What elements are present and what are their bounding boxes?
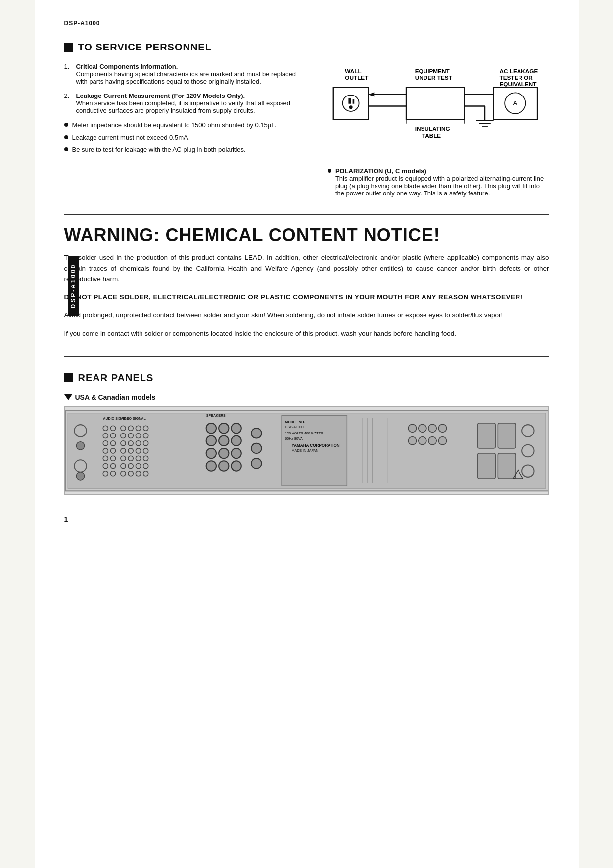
svg-point-114 (418, 436, 426, 444)
svg-point-87 (206, 448, 216, 458)
svg-point-115 (428, 436, 436, 444)
bullet-text-3: Be sure to test for leakage with the AC … (72, 146, 246, 153)
item-1-text: Critical Components Information. Compone… (76, 63, 308, 85)
svg-text:MADE IN JAPAN: MADE IN JAPAN (291, 449, 318, 453)
warning-paragraph-4: If you come in contact with solder or co… (64, 328, 549, 339)
svg-rect-118 (498, 423, 516, 448)
svg-point-11 (349, 105, 352, 109)
numbered-item-1: 1. Critical Components Information. Comp… (64, 63, 308, 85)
bullet-icon-polarization (328, 169, 331, 173)
service-personnel-heading: TO SERVICE PERSONNEL (64, 42, 549, 53)
svg-text:120 VOLTS    400 WATTS: 120 VOLTS 400 WATTS (285, 432, 323, 435)
svg-point-86 (231, 435, 241, 445)
svg-point-91 (219, 461, 229, 471)
item-number-1: 1. (64, 63, 73, 85)
svg-marker-14 (368, 92, 374, 96)
svg-point-92 (231, 461, 241, 471)
svg-text:UNDER TEST: UNDER TEST (415, 74, 453, 81)
polarization-text: This amplifier product is equipped with … (335, 175, 544, 197)
svg-text:DSP-A1000: DSP-A1000 (285, 425, 304, 429)
svg-point-82 (219, 423, 229, 433)
svg-point-93 (251, 428, 261, 438)
svg-point-33 (76, 441, 84, 449)
circuit-diagram-svg: WALL OUTLET EQUIPMENT UNDER TEST AC LEAK… (328, 65, 549, 158)
svg-point-35 (76, 472, 84, 480)
svg-point-111 (428, 424, 436, 432)
svg-point-113 (408, 436, 416, 444)
svg-text:60Hz         80VA: 60Hz 80VA (285, 436, 303, 440)
svg-point-116 (438, 436, 446, 444)
bullet-icon-2 (64, 135, 68, 139)
svg-text:SPEAKERS: SPEAKERS (206, 413, 225, 417)
heading-square-icon (64, 43, 73, 52)
svg-rect-9 (348, 98, 351, 104)
numbered-item-2: 2. Leakage Current Measurement (For 120V… (64, 92, 308, 114)
warning-paragraph-2: DO NOT PLACE SOLDER, ELECTRICAL/ELECTRON… (64, 292, 549, 303)
svg-rect-120 (498, 453, 516, 479)
polarization-title: POLARIZATION (U, C models) (335, 167, 426, 175)
svg-text:EQUIPMENT: EQUIPMENT (415, 68, 450, 74)
svg-rect-117 (477, 423, 495, 448)
bullet-item-2: Leakage current must not exceed 0.5mA. (64, 134, 308, 141)
circuit-diagram: WALL OUTLET EQUIPMENT UNDER TEST AC LEAK… (328, 65, 549, 160)
svg-text:TABLE: TABLE (422, 132, 441, 139)
rear-panels-section: REAR PANELS USA & Canadian models AUDIO … (64, 372, 549, 495)
svg-text:VIDEO SIGNAL: VIDEO SIGNAL (120, 417, 146, 421)
bullet-icon-3 (64, 147, 68, 151)
svg-point-90 (206, 461, 216, 471)
bullet-icon-1 (64, 123, 68, 127)
rear-panel-image: AUDIO SIGNAL VIDEO SIGNAL (64, 406, 549, 495)
svg-point-112 (438, 424, 446, 432)
svg-point-85 (219, 435, 229, 445)
svg-point-81 (206, 423, 216, 433)
warning-paragraph-3: Avoid prolonged, unprotected contact bet… (64, 310, 549, 321)
svg-rect-15 (406, 88, 465, 120)
svg-point-110 (418, 424, 426, 432)
sidebar-label: DSP-A1000 (68, 256, 79, 316)
svg-text:EQUIVALENT: EQUIVALENT (499, 81, 537, 87)
svg-text:WALL: WALL (345, 68, 361, 74)
svg-rect-119 (477, 453, 495, 479)
triangle-icon (64, 394, 72, 400)
svg-text:YAMAHA CORPORATION: YAMAHA CORPORATION (291, 443, 339, 447)
warning-paragraph-1: The solder used in the production of thi… (64, 252, 549, 285)
rear-panels-heading: REAR PANELS (64, 372, 549, 384)
svg-point-95 (251, 458, 261, 468)
bullet-text-1: Meter impedance should be equivalent to … (72, 121, 277, 129)
bullet-text-2: Leakage current must not exceed 0.5mA. (72, 134, 190, 141)
rear-panel-svg: AUDIO SIGNAL VIDEO SIGNAL (65, 407, 548, 494)
svg-text:TESTER OR: TESTER OR (499, 74, 533, 81)
svg-text:!: ! (514, 473, 515, 478)
page-number: 1 (64, 515, 549, 523)
svg-point-83 (231, 423, 241, 433)
svg-rect-10 (353, 99, 355, 103)
svg-point-84 (206, 435, 216, 445)
svg-text:OUTLET: OUTLET (345, 74, 369, 81)
svg-text:INSULATING: INSULATING (415, 125, 450, 132)
svg-text:MODEL NO.: MODEL NO. (285, 420, 305, 424)
item-number-2: 2. (64, 92, 73, 114)
usa-canada-subsection: USA & Canadian models (64, 393, 549, 401)
warning-title: WARNING: CHEMICAL CONTENT NOTICE! (64, 225, 549, 245)
svg-text:A: A (513, 99, 517, 107)
item-2-text: Leakage Current Measurement (For 120V Mo… (76, 92, 308, 114)
svg-point-89 (231, 448, 241, 458)
svg-point-109 (408, 424, 416, 432)
heading-square-icon-2 (64, 373, 73, 382)
bullet-item-1: Meter impedance should be equivalent to … (64, 121, 308, 129)
warning-section: DSP-A1000 WARNING: CHEMICAL CONTENT NOTI… (64, 214, 549, 357)
svg-text:AC LEAKAGE: AC LEAKAGE (499, 68, 538, 74)
polarization-section: POLARIZATION (U, C models) This amplifie… (328, 167, 549, 197)
bullet-item-3: Be sure to test for leakage with the AC … (64, 146, 308, 153)
svg-point-88 (219, 448, 229, 458)
model-label: DSP-A1000 (64, 20, 549, 27)
svg-point-94 (251, 443, 261, 453)
